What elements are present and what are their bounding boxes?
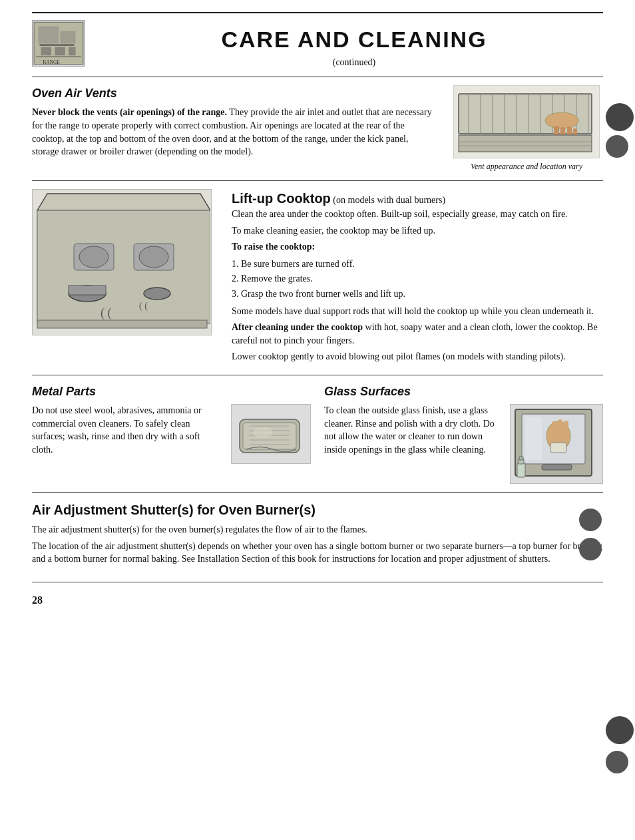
svg-rect-48 bbox=[37, 320, 207, 328]
circle-badge-1 bbox=[606, 103, 634, 131]
oven-air-vents-bold: Never block the vents (air openings) of … bbox=[32, 107, 227, 117]
svg-rect-4 bbox=[41, 47, 51, 55]
glass-image bbox=[510, 404, 603, 484]
oven-air-vents-section: Oven Air Vents Never block the vents (ai… bbox=[32, 85, 603, 172]
svg-marker-38 bbox=[37, 210, 210, 323]
step-3: 3. Grasp the two front burner wells and … bbox=[232, 288, 603, 301]
liftup-subheading: (on models with dual burners) bbox=[333, 195, 445, 205]
circles-right-bottom bbox=[606, 716, 634, 773]
vent-illustration bbox=[455, 87, 598, 157]
after-label: After cleaning under the cooktop bbox=[232, 322, 363, 332]
svg-rect-44 bbox=[69, 286, 106, 295]
svg-point-42 bbox=[139, 246, 168, 268]
air-para1: The air adjustment shutter(s) for the ov… bbox=[32, 523, 603, 536]
svg-rect-64 bbox=[558, 419, 562, 431]
page: RANGE CARE AND CLEANING (continued) Oven… bbox=[0, 0, 635, 840]
logo: RANGE bbox=[32, 20, 85, 67]
svg-marker-32 bbox=[37, 194, 210, 210]
vent-caption: Vent appearance and location vary bbox=[471, 161, 582, 172]
svg-rect-65 bbox=[564, 421, 568, 431]
step-2: 2. Remove the grates. bbox=[232, 272, 603, 286]
glass-surfaces-text: To clean the outside glass finish, use a… bbox=[324, 404, 502, 456]
circle-badge-6 bbox=[606, 751, 628, 773]
svg-point-40 bbox=[79, 246, 108, 268]
steps-list: 1. Be sure burners are turned off. 2. Re… bbox=[232, 258, 603, 301]
page-subtitle: (continued) bbox=[105, 56, 603, 69]
circles-right-mid bbox=[579, 509, 602, 560]
oven-air-vents-body: Never block the vents (air openings) of … bbox=[32, 106, 437, 158]
divider-1 bbox=[32, 77, 603, 77]
circle-badge-3 bbox=[579, 509, 602, 531]
svg-rect-60 bbox=[542, 465, 572, 470]
metal-illustration bbox=[233, 406, 310, 463]
oven-air-vents-heading: Oven Air Vents bbox=[32, 85, 437, 102]
top-border bbox=[32, 12, 603, 13]
svg-rect-59 bbox=[525, 417, 542, 460]
vent-image bbox=[453, 85, 600, 158]
divider-bottom bbox=[32, 582, 603, 582]
svg-point-21 bbox=[545, 112, 578, 128]
glass-content: To clean the outside glass finish, use a… bbox=[324, 404, 603, 484]
svg-point-56 bbox=[253, 427, 273, 438]
divider-3 bbox=[32, 375, 603, 375]
page-number: 28 bbox=[32, 593, 603, 608]
air-adjustment-section: Air Adjustment Shutter(s) for Oven Burne… bbox=[32, 501, 603, 566]
air-heading: Air Adjustment Shutter(s) for Oven Burne… bbox=[32, 501, 603, 519]
svg-text:( (: ( ( bbox=[101, 306, 112, 320]
glass-door-illustration bbox=[512, 406, 602, 483]
metal-parts-content: Do not use steel wool, abrasives, ammoni… bbox=[32, 404, 311, 464]
metal-image bbox=[231, 404, 311, 464]
cooktop-image: ( ( ( ( bbox=[32, 189, 212, 335]
svg-rect-2 bbox=[61, 31, 76, 44]
divider-2 bbox=[32, 180, 603, 181]
logo-icon: RANGE bbox=[33, 21, 85, 66]
bottom-two-col: Metal Parts Do not use steel wool, abras… bbox=[32, 383, 603, 484]
liftup-para1: Clean the area under the cooktop often. … bbox=[232, 208, 603, 221]
circle-badge-2 bbox=[606, 135, 628, 158]
oven-air-vents-text: Oven Air Vents Never block the vents (ai… bbox=[32, 85, 437, 172]
liftup-para2: To make cleaning easier, the cooktop may… bbox=[232, 224, 603, 238]
raise-label: To raise the cooktop: bbox=[232, 240, 603, 254]
svg-rect-66 bbox=[517, 463, 525, 477]
metal-parts-text: Do not use steel wool, abrasives, ammoni… bbox=[32, 404, 222, 456]
svg-text:RANGE: RANGE bbox=[43, 60, 61, 65]
page-title: CARE AND CLEANING bbox=[105, 24, 603, 56]
glass-surfaces-section: Glass Surfaces To clean the outside glas… bbox=[324, 383, 603, 484]
liftup-cooktop-text: Lift-up Cooktop (on models with dual bur… bbox=[232, 189, 603, 367]
title-block: CARE AND CLEANING (continued) bbox=[105, 20, 603, 69]
svg-rect-62 bbox=[550, 443, 566, 453]
svg-rect-26 bbox=[459, 135, 592, 152]
metal-parts-heading: Metal Parts bbox=[32, 383, 311, 400]
middle-section: ( ( ( ( Lift-up Cooktop (on models with … bbox=[32, 189, 603, 367]
circle-badge-5 bbox=[606, 716, 634, 744]
circle-badge-4 bbox=[579, 538, 602, 560]
liftup-para3: Some models have dual support rods that … bbox=[232, 305, 603, 318]
cooktop-image-block: ( ( ( ( bbox=[32, 189, 218, 367]
liftup-heading: Lift-up Cooktop bbox=[232, 191, 331, 206]
liftup-para4: Lower cooktop gently to avoid blowing ou… bbox=[232, 350, 603, 363]
svg-rect-68 bbox=[519, 457, 523, 460]
svg-rect-5 bbox=[55, 47, 65, 55]
vent-image-block: Vent appearance and location vary bbox=[450, 85, 603, 172]
after-cleaning: After cleaning under the cooktop with ho… bbox=[232, 321, 603, 347]
svg-text:( (: ( ( bbox=[139, 301, 148, 312]
step-1: 1. Be sure burners are turned off. bbox=[232, 258, 603, 271]
svg-point-45 bbox=[144, 288, 170, 300]
liftup-heading-block: Lift-up Cooktop (on models with dual bur… bbox=[232, 189, 603, 208]
air-para2: The location of the air adjustment shutt… bbox=[32, 540, 603, 566]
divider-4 bbox=[32, 492, 603, 493]
svg-rect-6 bbox=[69, 47, 75, 55]
circles-right-top bbox=[606, 103, 634, 158]
glass-surfaces-heading: Glass Surfaces bbox=[324, 383, 603, 400]
svg-rect-63 bbox=[552, 421, 556, 432]
header: RANGE CARE AND CLEANING (continued) bbox=[32, 20, 603, 69]
metal-parts-section: Metal Parts Do not use steel wool, abras… bbox=[32, 383, 311, 484]
svg-rect-1 bbox=[38, 27, 59, 44]
cooktop-illustration: ( ( ( ( bbox=[34, 190, 210, 333]
